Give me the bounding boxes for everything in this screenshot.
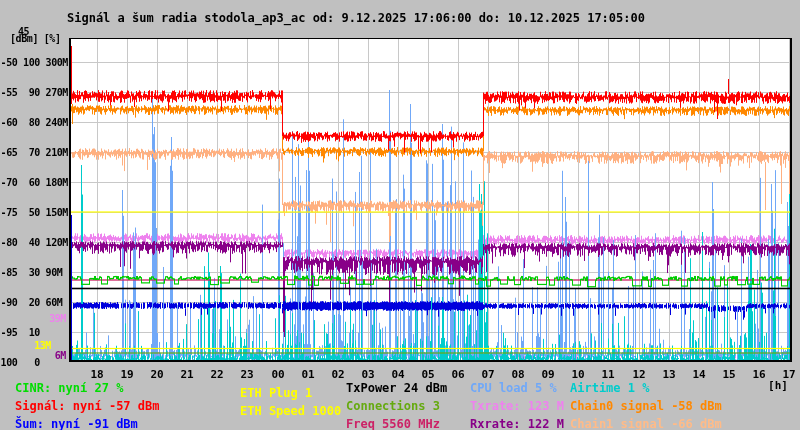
legend-item-rxrate: Rxrate: 122 M (470, 417, 564, 430)
y-axis-row: -95 10 (0, 327, 68, 338)
y-axis-row: -85 30 90M (0, 267, 68, 278)
x-axis-label-hour: 01 (300, 368, 316, 381)
y-axis-label-txrate-min: 39M (34, 313, 66, 324)
x-axis-label-hour: 05 (420, 368, 436, 381)
legend-item-chain0: Chain0 signal -58 dBm (570, 399, 722, 413)
mrtg-signal-graph-page: Signál a šum radia stodola_ap3_ac od: 9.… (0, 0, 800, 430)
legend-item-eth-plug: ETH Plug 1 (240, 386, 312, 400)
legend-item-cinr: CINR: nyní 27 % (15, 381, 123, 395)
x-axis-label-hour: 03 (360, 368, 376, 381)
y-axis-row: -55 90 270M (0, 87, 68, 98)
x-axis-label-hour: 09 (540, 368, 556, 381)
y-axis-label-rxrate-min: 6M (34, 350, 66, 361)
x-axis-label-hour: 06 (450, 368, 466, 381)
x-axis-label-hour: 13 (661, 368, 677, 381)
page-title: Signál a šum radia stodola_ap3_ac od: 9.… (67, 11, 645, 25)
y-axis-row: -90 20 60M (0, 297, 68, 308)
legend-item-airtime: Airtime 1 % (570, 381, 649, 395)
x-axis-label-hour: 15 (721, 368, 737, 381)
legend-item-freq: Freq 5560 MHz (346, 417, 440, 430)
x-axis-label-hour: 04 (390, 368, 406, 381)
signal-noise-graph-canvas (0, 0, 800, 430)
legend-item-chain1: Chain1 signal -66 dBm (570, 417, 722, 430)
y-axis-unit-label: [dBm] [%] (10, 33, 61, 44)
legend-item-eth-speed: ETH Speed 1000 (240, 404, 341, 418)
x-axis-label-hour: 17 (781, 368, 797, 381)
x-axis-label-hour: 14 (691, 368, 707, 381)
x-axis-label-hour: 12 (631, 368, 647, 381)
x-axis-label-hour: 07 (480, 368, 496, 381)
x-axis-label-hour: 11 (600, 368, 616, 381)
legend-item-connections: Connections 3 (346, 399, 440, 413)
x-axis-label-hour: 19 (119, 368, 135, 381)
legend-item-signal: Signál: nyní -57 dBm (15, 399, 160, 413)
x-axis-label-hour: 20 (149, 368, 165, 381)
legend-item-cpu-load: CPU load 5 % (470, 381, 557, 395)
legend-item-txrate: Txrate: 123 M (470, 399, 564, 413)
x-axis-label-hour: 18 (89, 368, 105, 381)
legend-item-sum: Šum: nyní -91 dBm (15, 417, 138, 430)
x-axis-label-hour: 16 (751, 368, 767, 381)
x-axis-label-hour: 23 (239, 368, 255, 381)
x-axis-label-hour: 10 (570, 368, 586, 381)
x-axis-label-hour: 02 (330, 368, 346, 381)
y-axis-row: -70 60 180M (0, 177, 68, 188)
y-axis-row: -80 40 120M (0, 237, 68, 248)
y-axis-row: -60 80 240M (0, 117, 68, 128)
y-axis-row: -75 50 150M (0, 207, 68, 218)
x-axis-label-hour: 22 (209, 368, 225, 381)
y-axis-row: -65 70 210M (0, 147, 68, 158)
x-axis-label-hour: 21 (179, 368, 195, 381)
x-axis-label-hour: 08 (510, 368, 526, 381)
legend-item-txpower: TxPower 24 dBm (346, 381, 447, 395)
y-axis-row: -50 100 300M (0, 57, 68, 68)
x-axis-label-hour: 00 (270, 368, 286, 381)
